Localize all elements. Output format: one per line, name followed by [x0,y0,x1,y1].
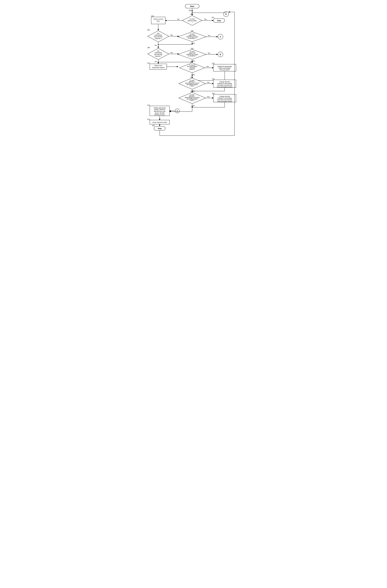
update-ptr-text1: Update appropriate [153,107,166,109]
label-201: 201 [212,17,214,18]
svg-text:request ?: request ? [189,68,195,70]
label-240: 240 [191,48,193,49]
svg-text:outstanding: outstanding [154,34,162,36]
svg-text:queue. Set disk: queue. Set disk [155,112,165,114]
svg-point-32 [158,44,159,45]
yes-soft: Yes [170,52,173,54]
label-206: 206 [147,29,150,31]
yes-scan-desc: Yes [207,96,210,98]
flowchart-svg: Start D 200 202 Is scan queue empty ? Ye… [147,3,240,144]
yes-most-urgent: Yes [206,66,209,67]
label-202: 202 [190,13,193,15]
no-hard-req: No [155,44,157,46]
a-label: A [220,36,221,38]
svg-text:element from scan: element from scan [154,111,165,112]
svg-text:pointers. Remove: pointers. Remove [154,109,165,110]
svg-text:= NULL ?: = NULL ? [189,100,195,101]
svg-text:and select next element: and select next element [217,84,232,86]
svg-text:queue empty: queue empty [188,20,197,21]
issue-req-text: Issue request to disk [152,122,167,123]
label-218: 218 [147,104,150,106]
label-200: 200 [189,10,191,11]
no-most-urgent: No [193,74,195,76]
no-scan-desc: No [193,105,195,106]
svg-text:using ascending pointer: using ascending pointer [217,101,232,102]
svg-point-51 [158,62,159,63]
d-label: D [225,13,227,15]
label-220: 220 [152,125,154,126]
no-soft-dl: No [193,60,195,62]
svg-text:its deadline ?: its deadline ? [188,37,196,39]
yes-label-1: Yes [204,18,207,20]
svg-text:outstanding: outstanding [154,52,162,54]
no-label-1: No [177,18,179,20]
svg-text:indicator to busy.: indicator to busy. [154,114,165,116]
label-212: 212 [191,61,193,63]
label-210: 210 [147,62,150,64]
svg-text:hard real-time: hard real-time [154,36,163,38]
label-224: 224 [212,78,215,80]
svg-text:indicator to ascending: indicator to ascending [218,97,232,99]
svg-text:and select next element: and select next element [217,99,232,101]
svg-point-91 [192,91,193,91]
svg-text:= NULL ?: = NULL ? [189,85,195,87]
label-222: 222 [212,63,215,64]
svg-text:indicator to descending: indicator to descending [217,83,232,84]
update-buf-text1: Update the appropriate [217,66,232,67]
svg-text:its deadline ?: its deadline ? [188,55,196,57]
change-desc-text1: Change direction [219,81,230,83]
soft-req-text1: Any [157,50,159,52]
label-226: 226 [212,93,215,94]
diagram-container: Start D 200 202 Is scan queue empty ? Ye… [147,3,240,144]
yes-hard-dl: Yes [208,35,210,36]
no-hard-dl: No [193,42,195,44]
svg-text:?: ? [192,21,193,23]
svg-text:soft real-time: soft real-time [154,54,162,55]
label-204: 204 [151,15,154,17]
label-216: 216 [191,91,193,92]
yes-soft-dl: Yes [208,52,210,54]
check-time-text1: Check current [153,18,163,20]
svg-text:sequential request: sequential request [152,67,165,68]
no-soft-req: No [155,61,157,63]
svg-text:the scan queue: the scan queue [220,69,230,71]
no-scan-asc: No [193,90,195,92]
svg-text:requests ?: requests ? [155,55,162,57]
scan-queue-empty-text: Is scan [190,18,194,20]
b-label: B [220,53,221,56]
label-228: 228 [191,30,193,32]
start-label: Start [190,5,194,7]
yes-scan-asc: Yes [207,82,210,83]
label-208: 208 [147,47,150,48]
change-asc-text1: Change direction [219,96,230,97]
yes-hard: Yes [170,34,173,36]
svg-text:time: time [157,20,160,22]
hard-req-text1: Any [157,33,159,34]
label-219: 219 [147,119,150,120]
svg-text:requests ?: requests ? [155,38,162,39]
stop-201-text: Stop [217,20,221,21]
label-214: 214 [191,76,193,78]
stop-220-text: Stop [158,127,162,129]
c-label: C [177,110,178,112]
select-seq-text1: Select next [154,65,162,66]
svg-text:buffers and update: buffers and update [219,67,231,69]
svg-text:using descending pointer: using descending pointer [217,86,233,88]
